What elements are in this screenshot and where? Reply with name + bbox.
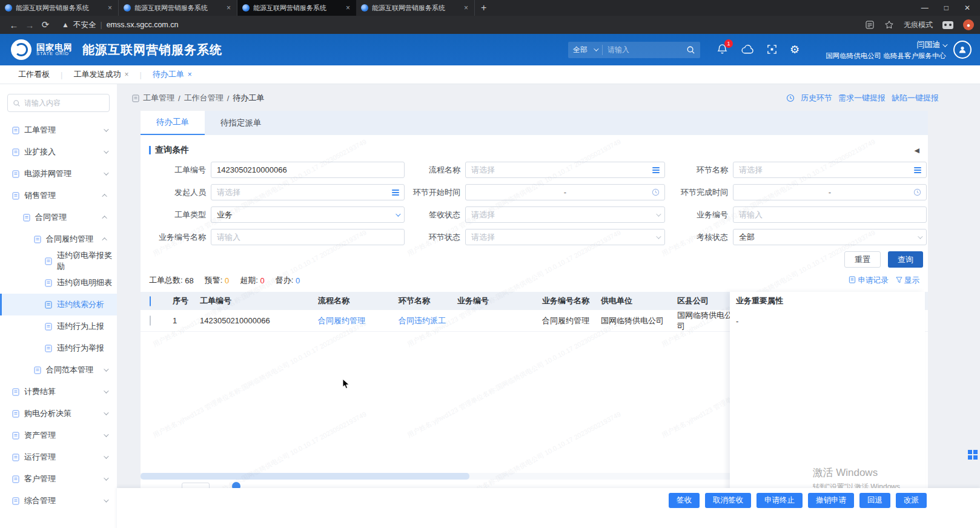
step-start-date-range[interactable]: - xyxy=(465,184,665,200)
window-close-icon[interactable]: ✕ xyxy=(964,4,970,12)
step-end-date-range[interactable]: - xyxy=(733,184,927,200)
tab-close-icon[interactable]: × xyxy=(345,4,351,12)
select-all-checkbox[interactable] xyxy=(150,296,151,306)
row-checkbox[interactable] xyxy=(150,315,151,326)
browser-tab-active[interactable]: 能源互联网营销服务系统 × xyxy=(237,0,356,16)
section-title: 查询条件 xyxy=(155,145,189,156)
search-icon[interactable] xyxy=(686,45,695,54)
profile-avatar[interactable]: ● xyxy=(963,19,974,30)
sign-status-select[interactable]: 请选择 xyxy=(465,206,665,223)
breadcrumb-item[interactable]: 工单管理 xyxy=(143,93,174,104)
reset-button[interactable]: 重置 xyxy=(844,251,881,268)
window-minimize-icon[interactable]: — xyxy=(921,4,929,12)
sidebar-item-contract-mgmt[interactable]: 合同管理 xyxy=(0,206,117,228)
defect-report-link[interactable]: 缺陷一键提报 xyxy=(892,93,939,104)
search-input[interactable]: 请输入 xyxy=(603,45,686,55)
rollback-button[interactable]: 回退 xyxy=(859,493,890,508)
sidebar-item-customer-mgmt[interactable]: 客户管理 xyxy=(0,468,117,490)
sidebar-item-theft-report-reward[interactable]: 违约窃电举报奖励 xyxy=(0,250,117,272)
sidebar-search-input[interactable]: 请输入内容 xyxy=(7,94,110,112)
global-search[interactable]: 全部 请输入 xyxy=(568,42,700,58)
collapse-icon[interactable]: ◀ xyxy=(915,147,919,154)
scrollbar-thumb[interactable] xyxy=(141,473,469,480)
tab-close-icon[interactable]: × xyxy=(463,4,469,12)
sidebar-item-contract-performance[interactable]: 合同履约管理 xyxy=(0,228,117,250)
assess-status-select[interactable]: 全部 xyxy=(733,229,927,245)
sidebar-item-biz-expansion[interactable]: 业扩接入 xyxy=(0,141,117,163)
sidebar-item-purchase-analysis[interactable]: 购电分析决策 xyxy=(0,403,117,424)
search-scope-select[interactable]: 全部 xyxy=(568,45,603,55)
order-no-input[interactable] xyxy=(211,162,405,178)
activate-line1: 激活 Windows xyxy=(812,466,907,480)
reading-mode-icon[interactable] xyxy=(865,20,875,30)
window-maximize-icon[interactable]: □ xyxy=(944,4,949,12)
browser-tab[interactable]: 能源互联网营销服务系统 × xyxy=(119,0,237,16)
sidebar-item-violation-tipoff[interactable]: 违约行为举报 xyxy=(0,337,117,359)
avatar[interactable] xyxy=(953,41,972,59)
apply-record-link[interactable]: 申请记录 xyxy=(849,276,888,286)
tab-dashboard[interactable]: 工作看板 xyxy=(12,69,56,80)
address-bar[interactable]: ▲ 不安全 | emss.sx.sgcc.com.cn xyxy=(62,20,178,30)
step-name-select[interactable]: 请选择 xyxy=(733,162,927,178)
tab-close-icon[interactable]: × xyxy=(225,4,232,12)
sidebar-item-order-mgmt[interactable]: 工单管理 xyxy=(0,119,117,141)
reassign-button[interactable]: 改派 xyxy=(896,493,927,508)
sidebar-item-asset-mgmt[interactable]: 资产管理 xyxy=(0,424,117,446)
browser-tab[interactable]: 能源互联网营销服务系统 × xyxy=(0,0,119,16)
sidebar-item-violation-report-up[interactable]: 违约行为上报 xyxy=(0,315,117,337)
sidebar-item-sales-mgmt[interactable]: 销售管理 xyxy=(0,185,117,206)
order-no-input-field[interactable] xyxy=(217,165,399,174)
list-picker-icon[interactable] xyxy=(392,188,399,197)
settings-gear-icon[interactable]: ⚙ xyxy=(790,43,800,56)
sidebar-item-operation-mgmt[interactable]: 运行管理 xyxy=(0,446,117,468)
new-tab-button[interactable]: + xyxy=(481,2,486,13)
initiator-select[interactable]: 请选择 xyxy=(211,184,405,200)
display-filter-link[interactable]: 显示 xyxy=(896,276,919,286)
order-type-select[interactable]: 业务 xyxy=(211,206,405,223)
browser-tab[interactable]: 能源互联网营销服务系统 × xyxy=(356,0,475,16)
step-status-select[interactable]: 请选择 xyxy=(465,229,665,245)
user-block[interactable]: 闫国迪 国网临猗供电公司 临猗县客户服务中心 xyxy=(826,39,946,61)
biz-name-input-field[interactable] xyxy=(217,233,399,242)
notification-bell-icon[interactable]: 1 xyxy=(717,44,728,55)
forward-icon[interactable]: → xyxy=(22,20,38,30)
process-name-select[interactable]: 请选择 xyxy=(465,162,665,178)
cancel-sign-button[interactable]: 取消签收 xyxy=(705,493,751,508)
search-button[interactable]: 查询 xyxy=(888,251,923,268)
sidebar-item-theft-detail-table[interactable]: 违约窃电明细表 xyxy=(0,272,117,294)
tab-pending-assign[interactable]: 待指定派单 xyxy=(205,111,277,135)
sidebar-item-comprehensive-mgmt[interactable]: 综合管理 xyxy=(0,490,117,512)
apply-terminate-button[interactable]: 申请终止 xyxy=(757,493,803,508)
sidebar-item-billing[interactable]: 计费结算 xyxy=(0,381,117,403)
demand-report-link[interactable]: 需求一键提报 xyxy=(838,93,886,104)
sidebar-item-contract-template[interactable]: 合同范本管理 xyxy=(0,359,117,381)
close-icon[interactable]: × xyxy=(124,70,128,79)
fullscreen-icon[interactable] xyxy=(767,44,777,54)
tab-todo-orders[interactable]: 待办工单× xyxy=(147,69,198,80)
tab-close-icon[interactable]: × xyxy=(107,4,113,12)
floating-grid-widget[interactable] xyxy=(968,450,978,460)
breadcrumb-item[interactable]: 工作台管理 xyxy=(184,93,223,104)
list-picker-icon[interactable] xyxy=(652,166,660,174)
bookmark-star-icon[interactable] xyxy=(884,20,894,30)
url-text[interactable]: emss.sx.sgcc.com.cn xyxy=(107,21,179,29)
history-link[interactable]: 历史环节 xyxy=(801,93,832,104)
list-picker-icon[interactable] xyxy=(914,166,921,174)
biz-no-input[interactable] xyxy=(733,206,927,223)
sidebar-item-grid-connection[interactable]: 电源并网管理 xyxy=(0,163,117,185)
biz-name-input[interactable] xyxy=(211,229,405,245)
close-icon[interactable]: × xyxy=(188,70,192,79)
sidebar-item-violation-clue-analysis[interactable]: 违约线索分析 xyxy=(0,294,117,315)
biz-no-input-field[interactable] xyxy=(739,210,921,219)
cloud-icon[interactable] xyxy=(741,45,754,54)
cell-step-link[interactable]: 合同违约派工 xyxy=(399,315,457,326)
sign-button[interactable]: 签收 xyxy=(669,493,700,508)
cell-process-link[interactable]: 合同履约管理 xyxy=(318,315,399,326)
revoke-apply-button[interactable]: 撤销申请 xyxy=(808,493,854,508)
tab-order-sent[interactable]: 工单发送成功× xyxy=(67,69,134,80)
sidebar-item-label: 客户管理 xyxy=(24,474,56,484)
doc-icon xyxy=(45,345,52,352)
back-icon[interactable]: ← xyxy=(6,20,22,30)
reload-icon[interactable]: ⟳ xyxy=(38,19,53,30)
tab-todo[interactable]: 待办工单 xyxy=(141,111,205,135)
